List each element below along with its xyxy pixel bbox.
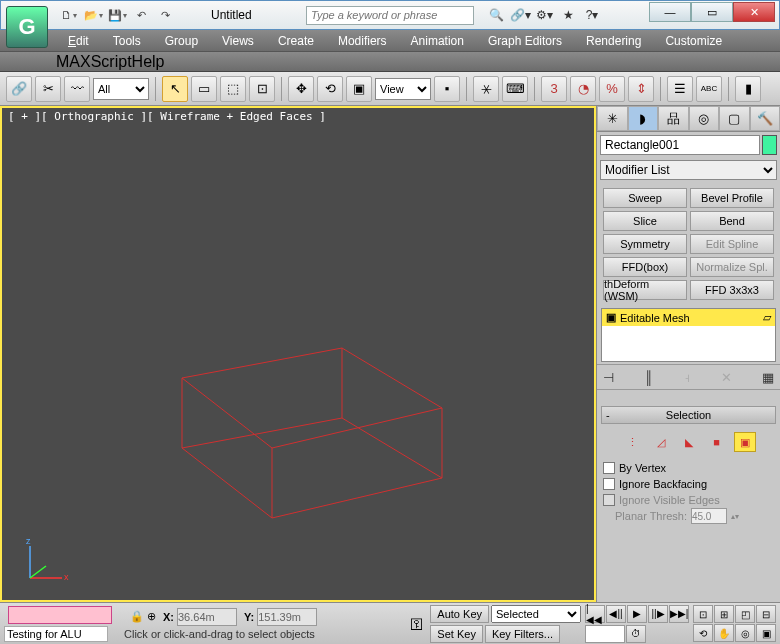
vp-nav8-icon[interactable]: ▣ (756, 624, 776, 642)
vp-nav2-icon[interactable]: ⊞ (714, 605, 734, 623)
link-icon[interactable]: 🔗 (6, 76, 32, 102)
configure-icon[interactable]: ▦ (762, 370, 774, 385)
manipulate-icon[interactable]: ⚹ (473, 76, 499, 102)
object-color-swatch[interactable] (762, 135, 777, 155)
viewport[interactable]: [ + ][ Orthographic ][ Wireframe + Edged… (0, 106, 596, 602)
script-log-field[interactable] (8, 606, 112, 624)
favorite-icon[interactable]: ★ (557, 4, 579, 26)
percent-snap-icon[interactable]: % (599, 76, 625, 102)
unique-icon[interactable]: ⫞ (684, 370, 691, 385)
minimize-button[interactable]: — (649, 2, 691, 22)
menu-maxscript[interactable]: MAXScript (56, 53, 132, 71)
vp-nav4-icon[interactable]: ⊟ (756, 605, 776, 623)
bind-icon[interactable]: 〰 (64, 76, 90, 102)
pin-icon[interactable]: ⊣ (603, 370, 614, 385)
menu-tools[interactable]: Tools (101, 31, 153, 51)
tab-motion-icon[interactable]: ◎ (689, 106, 720, 131)
keyfilters-button[interactable]: Key Filters... (485, 625, 560, 643)
select-name-icon[interactable]: ▭ (191, 76, 217, 102)
abc-icon[interactable]: ABC (696, 76, 722, 102)
unlink-icon[interactable]: ✂ (35, 76, 61, 102)
time-config-icon[interactable]: ⏱ (626, 625, 646, 643)
autokey-button[interactable]: Auto Key (430, 605, 489, 623)
expand-icon[interactable]: ▣ (606, 311, 616, 324)
subobj-element-icon[interactable]: ▣ (734, 432, 756, 452)
tab-modify-icon[interactable]: ◗ (628, 106, 659, 131)
scene-object-box[interactable] (142, 298, 462, 528)
key-icon[interactable]: ⚿ (410, 616, 424, 632)
mod-edit-spline-button[interactable]: Edit Spline (690, 234, 774, 254)
menu-views[interactable]: Views (210, 31, 266, 51)
rollout-selection-header[interactable]: -Selection (601, 406, 776, 424)
frame-input[interactable] (585, 625, 625, 643)
lock-icon[interactable]: 🔒 (130, 610, 144, 623)
goto-end-icon[interactable]: ▶▶| (669, 605, 689, 623)
close-button[interactable]: ✕ (733, 2, 775, 22)
tab-display-icon[interactable]: ▢ (719, 106, 750, 131)
chk-by-vertex[interactable]: By Vertex (603, 460, 774, 476)
save-icon[interactable]: 💾▾ (107, 5, 127, 25)
scripts-icon[interactable]: ⚙▾ (533, 4, 555, 26)
vp-nav6-icon[interactable]: ✋ (714, 624, 734, 642)
tab-create-icon[interactable]: ✳ (597, 106, 628, 131)
mod-ffdbox-button[interactable]: FFD(box) (603, 257, 687, 277)
subobj-polygon-icon[interactable]: ■ (706, 432, 728, 452)
mod-ffd3-button[interactable]: FFD 3x3x3 (690, 280, 774, 300)
chk-ignore-backfacing[interactable]: Ignore Backfacing (603, 476, 774, 492)
menu-create[interactable]: Create (266, 31, 326, 51)
subobj-face-icon[interactable]: ◣ (678, 432, 700, 452)
maximize-button[interactable]: ▭ (691, 2, 733, 22)
selection-filter[interactable]: All (93, 78, 149, 100)
vp-nav3-icon[interactable]: ◰ (735, 605, 755, 623)
select-icon[interactable]: ↖ (162, 76, 188, 102)
testing-field[interactable]: Testing for ALU (4, 626, 108, 642)
mod-bend-button[interactable]: Bend (690, 211, 774, 231)
menu-animation[interactable]: Animation (399, 31, 476, 51)
y-coord-input[interactable] (257, 608, 317, 626)
modifier-list-select[interactable]: Modifier List (600, 160, 777, 180)
viewport-label[interactable]: [ + ][ Orthographic ][ Wireframe + Edged… (8, 110, 326, 123)
menu-help[interactable]: Help (132, 53, 165, 71)
open-icon[interactable]: 📂▾ (83, 5, 103, 25)
x-coord-input[interactable] (177, 608, 237, 626)
search-input[interactable] (306, 6, 474, 25)
mod-normalize-button[interactable]: Normalize Spl. (690, 257, 774, 277)
object-name-input[interactable] (600, 135, 760, 155)
redo-icon[interactable]: ↷ (155, 5, 175, 25)
mod-slice-button[interactable]: Slice (603, 211, 687, 231)
search-go-icon[interactable]: 🔍 (485, 4, 507, 26)
scale-icon[interactable]: ▣ (346, 76, 372, 102)
window-crossing-icon[interactable]: ⊡ (249, 76, 275, 102)
modifier-stack[interactable]: ▣ Editable Mesh ▱ (601, 308, 776, 362)
menu-graph[interactable]: Graph Editors (476, 31, 574, 51)
vp-nav5-icon[interactable]: ⟲ (693, 624, 713, 642)
ref-coord-system[interactable]: View (375, 78, 431, 100)
key-mode-select[interactable]: Selected (491, 605, 581, 623)
named-sel-icon[interactable]: ☰ (667, 76, 693, 102)
stack-item-editable-mesh[interactable]: ▣ Editable Mesh ▱ (602, 309, 775, 326)
search-box[interactable] (306, 5, 474, 25)
menu-modifiers[interactable]: Modifiers (326, 31, 399, 51)
mod-bevel-profile-button[interactable]: Bevel Profile (690, 188, 774, 208)
goto-start-icon[interactable]: |◀◀ (585, 605, 605, 623)
menu-group[interactable]: Group (153, 31, 210, 51)
prev-frame-icon[interactable]: ◀|| (606, 605, 626, 623)
angle-snap-icon[interactable]: ◔ (570, 76, 596, 102)
menu-edit[interactable]: EEditdit (56, 31, 101, 51)
mirror-icon[interactable]: ▮ (735, 76, 761, 102)
menu-rendering[interactable]: Rendering (574, 31, 653, 51)
help-icon[interactable]: ?▾ (581, 4, 603, 26)
connect-icon[interactable]: 🔗▾ (509, 4, 531, 26)
play-icon[interactable]: ▶ (627, 605, 647, 623)
snap-3-icon[interactable]: 3 (541, 76, 567, 102)
rotate-icon[interactable]: ⟲ (317, 76, 343, 102)
subobj-vertex-icon[interactable]: ⋮ (622, 432, 644, 452)
move-icon[interactable]: ✥ (288, 76, 314, 102)
subobj-edge-icon[interactable]: ◿ (650, 432, 672, 452)
select-region-icon[interactable]: ⬚ (220, 76, 246, 102)
setkey-button[interactable]: Set Key (430, 625, 483, 643)
keyboard-icon[interactable]: ⌨ (502, 76, 528, 102)
app-menu-icon[interactable]: G (6, 6, 48, 48)
show-end-icon[interactable]: ║ (644, 370, 653, 385)
tab-hierarchy-icon[interactable]: 品 (658, 106, 689, 131)
